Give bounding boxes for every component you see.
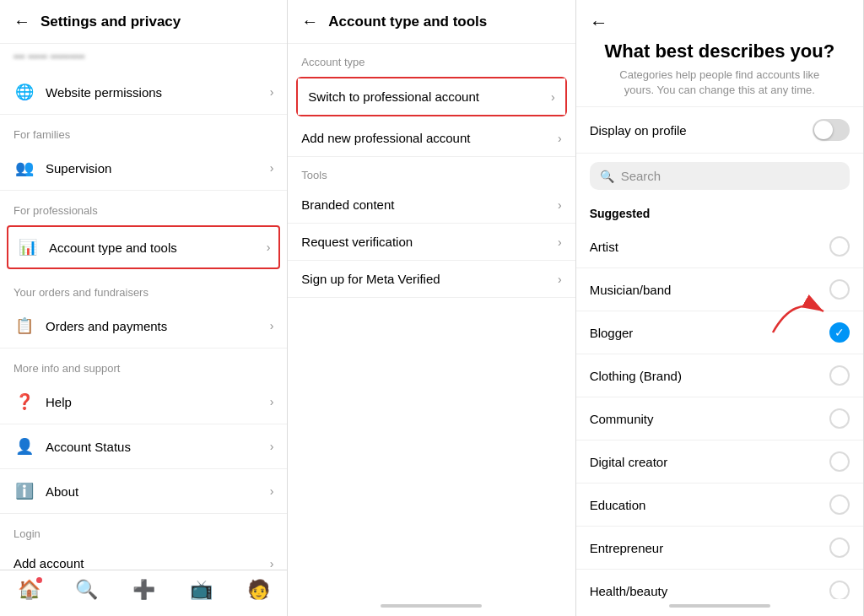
supervision-item[interactable]: 👥 Supervision › xyxy=(0,146,287,191)
support-section-label: More info and support xyxy=(0,349,287,380)
account-status-item[interactable]: 👤 Account Status › xyxy=(0,424,287,469)
entrepreneur-item[interactable]: Entrepreneur xyxy=(576,527,863,570)
blurred-section: ••• ••••• ••••••••• xyxy=(0,44,287,70)
chevron-icon: › xyxy=(267,240,271,254)
website-permissions-label: Website permissions xyxy=(46,85,260,100)
branded-content-item[interactable]: Branded content › xyxy=(288,186,575,224)
add-professional-item[interactable]: Add new professional account › xyxy=(288,120,575,157)
account-type-icon: 📊 xyxy=(17,236,39,258)
search-nav-icon[interactable]: 🔍 xyxy=(75,579,98,601)
professionals-section-label: For professionals xyxy=(0,191,287,222)
meta-verified-item[interactable]: Sign up for Meta Verified › xyxy=(288,261,575,298)
tools-section-label: Tools xyxy=(288,157,575,186)
account-status-label: Account Status xyxy=(46,440,260,454)
bottom-nav: 🏠 🔍 ➕ 📺 🧑 xyxy=(0,570,287,616)
health-beauty-item[interactable]: Health/beauty xyxy=(576,570,863,599)
search-input[interactable] xyxy=(621,169,840,183)
health-beauty-radio[interactable] xyxy=(829,581,850,599)
add-nav-icon[interactable]: ➕ xyxy=(132,579,155,601)
add-professional-label: Add new professional account xyxy=(301,131,548,145)
community-item[interactable]: Community xyxy=(576,397,863,440)
artist-item[interactable]: Artist xyxy=(576,225,863,268)
about-item[interactable]: ℹ️ About › xyxy=(0,469,287,514)
digital-creator-radio[interactable] xyxy=(829,451,850,472)
describe-panel: ← What best describes you? Categories he… xyxy=(576,0,864,616)
blogger-item[interactable]: Blogger ✓ xyxy=(576,311,863,354)
community-radio[interactable] xyxy=(829,408,850,429)
chevron-icon: › xyxy=(558,198,562,212)
help-icon: ❓ xyxy=(14,391,35,413)
login-section-label: Login xyxy=(0,514,287,545)
search-icon: 🔍 xyxy=(600,170,614,183)
chevron-icon: › xyxy=(270,319,274,332)
meta-verified-label: Sign up for Meta Verified xyxy=(301,272,548,286)
blogger-label: Blogger xyxy=(590,326,634,340)
account-type-title: Account type and tools xyxy=(328,14,487,30)
home-indicator-3 xyxy=(576,599,863,616)
back-button[interactable]: ← xyxy=(14,12,30,31)
switch-professional-item[interactable]: Switch to professional account › xyxy=(298,78,564,115)
request-verification-label: Request verification xyxy=(301,235,548,249)
artist-radio[interactable] xyxy=(829,236,850,257)
orders-payments-label: Orders and payments xyxy=(46,319,260,333)
suggested-label: Suggested xyxy=(576,198,863,225)
education-radio[interactable] xyxy=(829,494,850,515)
musician-radio[interactable] xyxy=(829,279,850,300)
supervision-icon: 👥 xyxy=(14,157,35,179)
about-icon: ℹ️ xyxy=(14,480,35,502)
help-item[interactable]: ❓ Help › xyxy=(0,380,287,424)
chevron-icon: › xyxy=(558,132,562,145)
request-verification-item[interactable]: Request verification › xyxy=(288,224,575,261)
account-back-button[interactable]: ← xyxy=(301,12,318,31)
search-bar: 🔍 xyxy=(590,162,850,190)
health-beauty-label: Health/beauty xyxy=(590,584,668,598)
orders-section-label: Your orders and fundraisers xyxy=(0,273,287,304)
entrepreneur-label: Entrepreneur xyxy=(590,541,664,555)
musician-item[interactable]: Musician/band xyxy=(576,268,863,311)
describe-title: What best describes you? xyxy=(590,41,850,62)
families-section-label: For families xyxy=(0,115,287,146)
account-type-tools-item[interactable]: 📊 Account type and tools › xyxy=(7,225,280,269)
chevron-icon: › xyxy=(270,557,274,570)
chevron-icon: › xyxy=(270,85,274,99)
home-nav-icon[interactable]: 🏠 xyxy=(18,579,40,601)
home-indicator xyxy=(288,599,575,616)
settings-header: ← Settings and privacy xyxy=(0,0,287,44)
settings-panel: ← Settings and privacy ••• ••••• •••••••… xyxy=(0,0,288,616)
settings-title: Settings and privacy xyxy=(40,14,181,30)
describe-back-button[interactable]: ← xyxy=(590,12,850,34)
branded-content-label: Branded content xyxy=(301,197,548,212)
account-type-header: ← Account type and tools xyxy=(288,0,575,44)
chevron-icon: › xyxy=(270,484,274,498)
describe-content: Display on profile 🔍 Suggested Artist Mu… xyxy=(576,107,863,599)
describe-subtitle: Categories help people find accounts lik… xyxy=(590,68,850,98)
education-item[interactable]: Education xyxy=(576,484,863,527)
blogger-radio[interactable]: ✓ xyxy=(829,322,850,343)
settings-content: ••• ••••• ••••••••• 🌐 Website permission… xyxy=(0,44,287,570)
digital-creator-item[interactable]: Digital creator xyxy=(576,440,863,484)
display-toggle[interactable] xyxy=(813,119,850,141)
website-icon: 🌐 xyxy=(14,81,35,103)
clothing-brand-radio[interactable] xyxy=(829,365,850,386)
account-status-icon: 👤 xyxy=(14,435,35,457)
chevron-icon: › xyxy=(270,395,274,408)
clothing-brand-item[interactable]: Clothing (Brand) xyxy=(576,354,863,397)
entrepreneur-radio[interactable] xyxy=(829,538,850,558)
website-permissions-item[interactable]: 🌐 Website permissions › xyxy=(0,70,287,115)
help-label: Help xyxy=(46,395,260,409)
describe-header: ← What best describes you? Categories he… xyxy=(576,0,863,107)
switch-professional-label: Switch to professional account xyxy=(308,89,541,104)
profile-nav-icon[interactable]: 🧑 xyxy=(247,579,270,601)
account-type-content: Account type Switch to professional acco… xyxy=(288,44,575,599)
add-account-label: Add account xyxy=(14,556,260,570)
reels-nav-icon[interactable]: 📺 xyxy=(190,579,213,601)
community-label: Community xyxy=(590,412,654,426)
chevron-icon: › xyxy=(558,273,562,286)
chevron-icon: › xyxy=(551,90,555,104)
orders-icon: 📋 xyxy=(14,315,35,337)
switch-professional-container: Switch to professional account › xyxy=(296,77,566,116)
account-type-section-label: Account type xyxy=(288,44,575,73)
add-account-item[interactable]: Add account › xyxy=(0,545,287,570)
account-type-panel: ← Account type and tools Account type Sw… xyxy=(288,0,575,616)
orders-payments-item[interactable]: 📋 Orders and payments › xyxy=(0,304,287,349)
